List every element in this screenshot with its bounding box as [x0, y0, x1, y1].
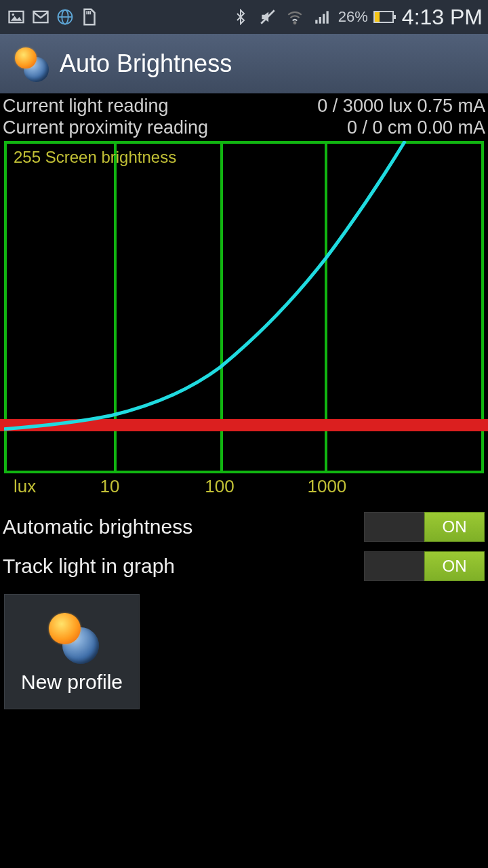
battery-percent: 26% — [338, 8, 368, 26]
svg-rect-14 — [319, 17, 321, 24]
x-tick-label: lux — [14, 476, 36, 497]
light-reading-row: Current light reading 0 / 3000 lux 0.75 … — [3, 95, 485, 117]
app-title: Auto Brightness — [60, 50, 232, 78]
y-axis-label: 255 Screen brightness — [14, 148, 176, 167]
clock: 4:13 PM — [402, 5, 483, 30]
current-reading-marker — [0, 419, 488, 431]
app-icon — [12, 45, 49, 82]
settings: Automatic brightness ON Track light in g… — [0, 500, 488, 586]
status-bar: 26% 4:13 PM — [0, 0, 488, 34]
x-tick-label: 100 — [205, 476, 234, 497]
toggle-on-half: ON — [424, 512, 485, 542]
readings: Current light reading 0 / 3000 lux 0.75 … — [0, 94, 488, 138]
x-axis-ticks: lux 10 100 1000 — [0, 476, 488, 496]
status-left — [5, 6, 100, 28]
svg-rect-15 — [323, 14, 325, 24]
battery-icon — [373, 11, 394, 23]
action-bar: Auto Brightness — [0, 34, 488, 94]
svg-rect-13 — [315, 20, 317, 23]
svg-point-12 — [293, 22, 296, 24]
x-tick-label: 1000 — [307, 476, 346, 497]
bluetooth-icon — [230, 6, 251, 28]
toggle-off-half — [364, 512, 424, 542]
track-light-row: Track light in graph ON — [3, 547, 485, 586]
track-light-toggle[interactable]: ON — [363, 551, 485, 582]
new-profile-icon — [45, 610, 99, 664]
svg-marker-1 — [11, 16, 22, 21]
mute-icon — [257, 6, 279, 28]
proximity-reading-row: Current proximity reading 0 / 0 cm 0.00 … — [3, 117, 485, 138]
new-profile-button[interactable]: New profile — [4, 594, 140, 709]
track-light-label: Track light in graph — [3, 555, 175, 578]
wifi-icon — [284, 6, 306, 28]
light-reading-label: Current light reading — [3, 95, 169, 117]
status-right: 26% 4:13 PM — [230, 5, 483, 30]
gmail-icon — [30, 6, 52, 28]
proximity-reading-value: 0 / 0 cm 0.00 mA — [347, 117, 485, 138]
auto-brightness-row: Automatic brightness ON — [3, 507, 485, 547]
svg-rect-16 — [326, 11, 328, 23]
auto-brightness-label: Automatic brightness — [3, 515, 192, 538]
globe-icon — [54, 6, 76, 28]
image-notif-icon — [5, 6, 27, 28]
new-profile-label: New profile — [21, 671, 123, 694]
toggle-on-half: ON — [424, 551, 485, 581]
signal-icon — [311, 6, 333, 28]
svg-point-2 — [12, 14, 14, 16]
sdcard-icon — [79, 6, 100, 28]
brightness-graph[interactable]: 255 Screen brightness lux 10 100 1000 — [0, 141, 488, 500]
proximity-reading-label: Current proximity reading — [3, 117, 208, 138]
toggle-off-half — [364, 551, 424, 581]
light-reading-value: 0 / 3000 lux 0.75 mA — [317, 95, 485, 117]
x-tick-label: 10 — [100, 476, 120, 497]
auto-brightness-toggle[interactable]: ON — [363, 511, 485, 542]
